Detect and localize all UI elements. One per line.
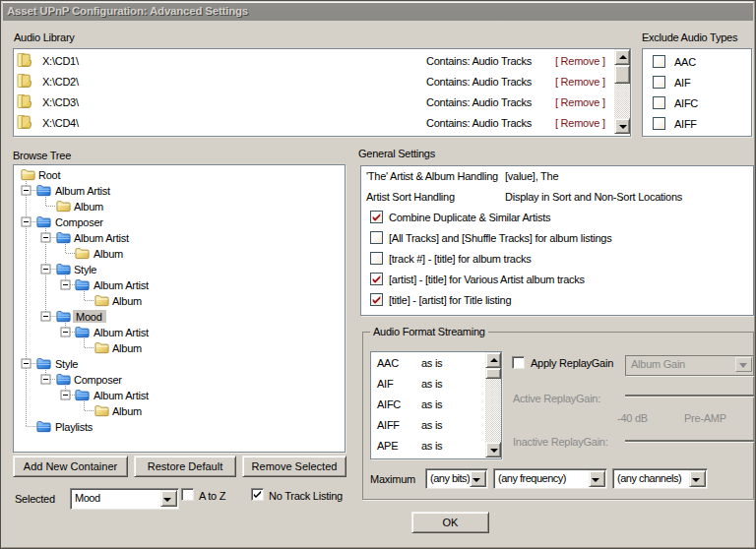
svg-text:Album: Album [112,342,142,354]
svg-text:Album: Album [112,405,142,417]
svg-text:Style: Style [55,358,78,370]
svg-text:Mood: Mood [76,311,102,323]
svg-text:Album Artist: Album Artist [74,232,129,244]
svg-text:Composer: Composer [74,374,122,386]
svg-text:Composer: Composer [55,216,103,228]
svg-text:Style: Style [74,264,96,275]
svg-text:Album Artist: Album Artist [94,390,149,401]
svg-text:Album: Album [94,248,123,260]
svg-text:Playlists: Playlists [55,421,94,433]
svg-text:Album: Album [112,295,142,307]
svg-text:Album: Album [74,201,103,213]
svg-text:Root: Root [38,169,60,181]
svg-text:Album Artist: Album Artist [94,327,149,338]
svg-text:Album Artist: Album Artist [55,185,110,197]
svg-text:Album Artist: Album Artist [94,279,149,291]
